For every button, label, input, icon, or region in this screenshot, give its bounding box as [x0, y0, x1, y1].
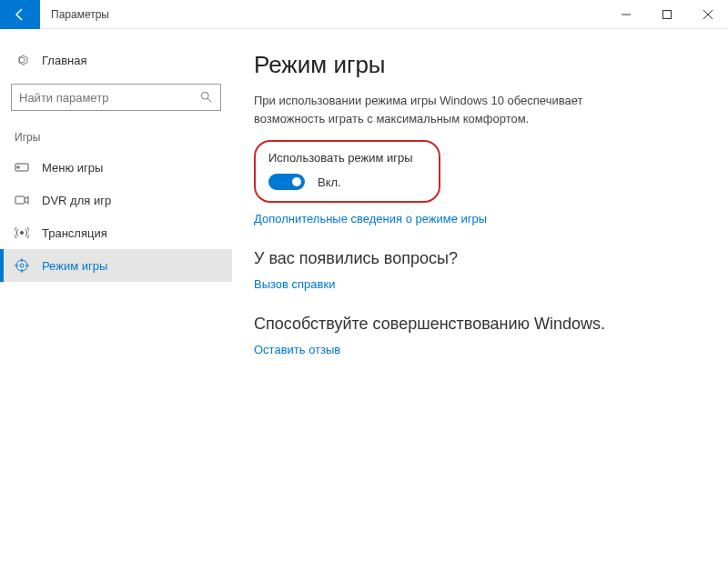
sidebar: Главная Игры Меню игры DVR для игр Транс…: [0, 29, 232, 571]
svg-point-10: [20, 264, 24, 267]
section-label: Игры: [0, 127, 232, 151]
arrow-left-icon: [13, 7, 27, 22]
game-mode-toggle[interactable]: [268, 174, 305, 190]
maximize-button[interactable]: [646, 0, 687, 29]
dvr-icon: [15, 193, 29, 207]
window-controls: [605, 0, 728, 29]
sidebar-item-game-bar[interactable]: Меню игры: [0, 151, 232, 184]
content-area: Режим игры При использовании режима игры…: [232, 29, 728, 571]
sidebar-item-dvr[interactable]: DVR для игр: [0, 184, 232, 216]
game-mode-icon: [15, 258, 29, 273]
toggle-label: Использовать режим игры: [268, 151, 413, 165]
titlebar: Параметры: [0, 0, 728, 29]
questions-heading: У вас появились вопросы?: [254, 249, 701, 268]
svg-line-3: [207, 98, 211, 102]
help-link[interactable]: Вызов справки: [254, 277, 701, 291]
svg-rect-7: [15, 196, 25, 204]
toggle-knob: [292, 177, 301, 186]
close-button[interactable]: [687, 0, 728, 29]
feedback-link[interactable]: Оставить отзыв: [254, 343, 701, 356]
home-link[interactable]: Главная: [0, 47, 232, 73]
nav-label: Трансляция: [42, 226, 107, 240]
maximize-icon: [662, 10, 672, 19]
gear-icon: [15, 53, 29, 67]
learn-more-link[interactable]: Дополнительные сведения о режиме игры: [254, 212, 701, 225]
window-title: Параметры: [40, 8, 605, 21]
svg-point-2: [201, 92, 208, 99]
close-icon: [703, 10, 713, 19]
svg-point-8: [20, 231, 24, 235]
game-bar-icon: [15, 160, 29, 175]
toggle-state: Вкл.: [318, 175, 341, 189]
sidebar-item-broadcast[interactable]: Трансляция: [0, 216, 232, 249]
page-title: Режим игры: [254, 51, 701, 79]
sidebar-item-game-mode[interactable]: Режим игры: [0, 249, 232, 282]
nav-label: Меню игры: [42, 161, 103, 175]
improve-heading: Способствуйте совершенствованию Windows.: [254, 315, 701, 334]
home-label: Главная: [42, 54, 86, 67]
nav-label: Режим игры: [42, 259, 107, 273]
minimize-button[interactable]: [605, 0, 646, 29]
highlight-annotation: Использовать режим игры Вкл.: [254, 140, 440, 203]
svg-rect-1: [662, 10, 671, 18]
back-button[interactable]: [0, 0, 40, 29]
search-input-container[interactable]: [11, 84, 221, 111]
nav-label: DVR для игр: [42, 194, 111, 207]
page-description: При использовании режима игры Windows 10…: [254, 92, 618, 127]
search-icon: [200, 91, 213, 104]
broadcast-icon: [15, 225, 29, 240]
minimize-icon: [622, 10, 631, 19]
search-input[interactable]: [19, 91, 200, 105]
